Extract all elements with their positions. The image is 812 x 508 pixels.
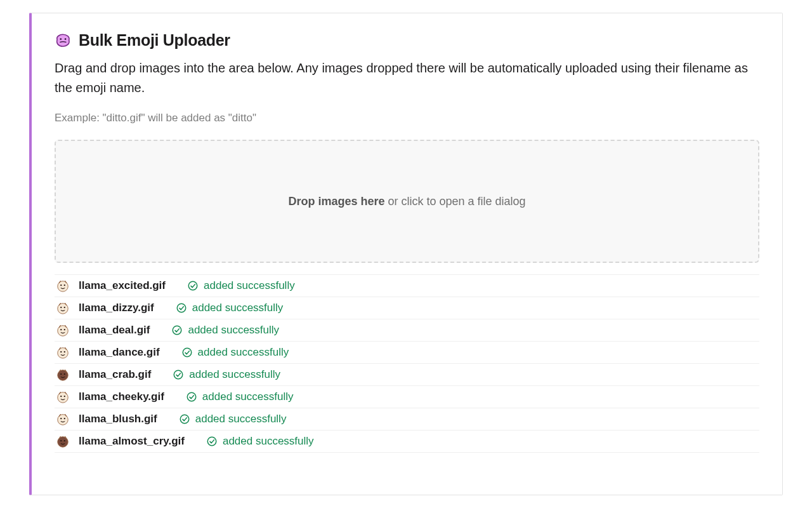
upload-status: added successfully: [181, 346, 289, 359]
upload-row: llama_cheeky.gif added successfully: [55, 386, 759, 408]
upload-status: added successfully: [171, 324, 279, 337]
panel-example: Example: "ditto.gif" will be added as "d…: [55, 112, 759, 124]
check-circle-icon: [176, 302, 187, 314]
panel-header: Bulk Emoji Uploader: [55, 31, 759, 50]
upload-row: llama_dizzy.gif added successfully: [55, 297, 759, 319]
ditto-blob-icon: [55, 32, 71, 49]
upload-row: llama_excited.gif added successfully: [55, 274, 759, 297]
check-circle-icon: [186, 391, 197, 403]
svg-point-9: [177, 304, 186, 312]
svg-point-5: [188, 281, 197, 290]
upload-filename: llama_dizzy.gif: [79, 302, 154, 314]
upload-status-text: added successfully: [223, 435, 314, 448]
svg-point-24: [64, 396, 65, 397]
emoji-thumbnail: [56, 345, 70, 359]
upload-filename: llama_excited.gif: [79, 279, 166, 292]
upload-results-list: llama_excited.gif added successfully lla…: [55, 274, 759, 453]
svg-point-20: [64, 373, 65, 375]
check-circle-icon: [171, 324, 183, 336]
svg-point-4: [64, 284, 65, 286]
upload-status-text: added successfully: [204, 279, 295, 292]
upload-status: added successfully: [187, 279, 295, 292]
check-circle-icon: [181, 347, 193, 358]
svg-point-19: [60, 373, 62, 375]
upload-filename: llama_almost_cry.gif: [79, 435, 185, 448]
svg-point-21: [174, 370, 183, 379]
check-circle-icon: [173, 369, 184, 380]
check-circle-icon: [187, 280, 199, 291]
upload-filename: llama_dance.gif: [79, 346, 160, 359]
upload-status: added successfully: [173, 368, 280, 381]
upload-status-text: added successfully: [198, 346, 289, 359]
emoji-thumbnail: [56, 368, 70, 382]
emoji-thumbnail: [56, 390, 70, 404]
upload-filename: llama_cheeky.gif: [79, 391, 164, 403]
svg-point-15: [60, 351, 62, 352]
svg-point-7: [60, 307, 62, 308]
upload-status-text: added successfully: [192, 302, 284, 314]
svg-point-32: [64, 440, 65, 441]
panel-description: Drag and drop images into the area below…: [55, 58, 752, 98]
upload-row: llama_crab.gif added successfully: [55, 364, 759, 386]
svg-point-0: [60, 38, 62, 40]
upload-status-text: added successfully: [189, 368, 280, 381]
svg-point-16: [64, 351, 65, 352]
emoji-thumbnail: [56, 323, 70, 337]
upload-status-text: added successfully: [195, 413, 287, 425]
svg-point-33: [207, 437, 216, 446]
upload-status-text: added successfully: [202, 391, 294, 403]
svg-point-29: [180, 415, 189, 424]
svg-point-23: [60, 396, 62, 397]
upload-status: added successfully: [176, 302, 284, 314]
upload-status: added successfully: [179, 413, 287, 425]
upload-status: added successfully: [206, 435, 314, 448]
upload-row: llama_deal.gif added successfully: [55, 319, 759, 342]
bulk-uploader-panel: Bulk Emoji Uploader Drag and drop images…: [29, 13, 783, 495]
upload-filename: llama_blush.gif: [79, 413, 157, 425]
dropzone[interactable]: Drop images here or click to open a file…: [55, 140, 759, 263]
svg-point-17: [183, 348, 192, 357]
svg-point-27: [60, 418, 62, 419]
check-circle-icon: [179, 413, 190, 425]
svg-point-11: [60, 329, 62, 330]
svg-point-31: [60, 440, 62, 441]
upload-row: llama_blush.gif added successfully: [55, 408, 759, 431]
emoji-thumbnail: [56, 301, 70, 315]
panel-title: Bulk Emoji Uploader: [79, 31, 230, 50]
svg-point-1: [65, 38, 67, 40]
svg-point-28: [64, 418, 65, 419]
upload-filename: llama_crab.gif: [79, 368, 151, 381]
upload-row: llama_almost_cry.gif added successfully: [55, 431, 759, 453]
emoji-thumbnail: [56, 434, 70, 448]
svg-point-25: [187, 392, 196, 401]
emoji-thumbnail: [56, 279, 70, 293]
svg-point-3: [60, 284, 62, 286]
svg-point-12: [64, 329, 65, 330]
upload-row: llama_dance.gif added successfully: [55, 342, 759, 364]
upload-status: added successfully: [186, 391, 294, 403]
svg-point-13: [173, 326, 182, 335]
check-circle-icon: [206, 436, 218, 447]
upload-status-text: added successfully: [188, 324, 279, 337]
emoji-thumbnail: [56, 412, 70, 426]
dropzone-label: Drop images here or click to open a file…: [288, 195, 525, 208]
upload-filename: llama_deal.gif: [79, 324, 150, 337]
svg-point-8: [64, 307, 65, 308]
